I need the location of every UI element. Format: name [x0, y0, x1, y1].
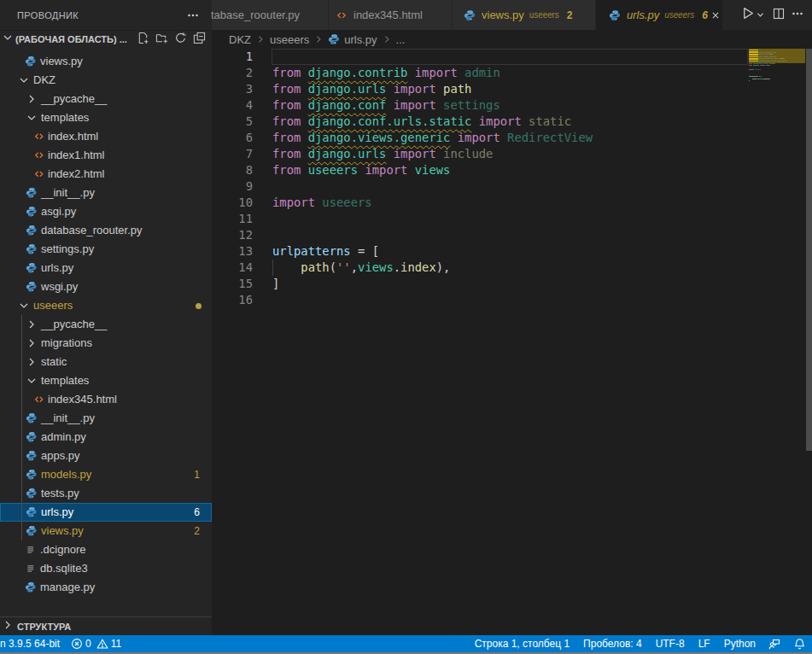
new-folder-icon [155, 32, 168, 48]
code-token-warning-squiggle: django.urls [308, 82, 387, 96]
tree-file-apps-py[interactable]: apps.py [0, 447, 212, 465]
tree-folder-dkz[interactable]: DKZ [0, 71, 212, 90]
tree-file-views-py[interactable]: views.py [0, 52, 212, 71]
refresh-button[interactable] [173, 32, 187, 46]
line-number: 7 [212, 146, 253, 162]
tab-views-py[interactable]: views.pyuseeers2 [453, 0, 596, 30]
workspace-section-header[interactable]: (РАБОЧАЯ ОБЛАСТЬ) ... [0, 30, 212, 47]
tab-tabase-roouter-py[interactable]: tabase_roouter.py [212, 0, 329, 30]
new-folder-button[interactable] [155, 32, 168, 46]
tree-file-models-py[interactable]: models.py1 [0, 465, 212, 484]
code-token [351, 244, 358, 258]
split-editor-icon [772, 7, 786, 24]
tree-folder-useeers[interactable]: useeers [0, 296, 212, 315]
code-editor[interactable]: 12345678910111213141516 from django.cont… [212, 49, 812, 635]
code-line-10: import useeers [272, 195, 593, 211]
code-token: . [394, 260, 400, 274]
new-file-button[interactable] [136, 32, 149, 46]
code-line-16 [272, 292, 593, 308]
tree-file-database-roouter-py[interactable]: database_roouter.py [0, 221, 212, 240]
code-line-1 [272, 49, 593, 65]
run-button[interactable] [740, 6, 754, 25]
tree-file-index345-html[interactable]: index345.html [0, 390, 212, 409]
editor-scrollbar[interactable] [806, 49, 812, 451]
problems[interactable]: 011 [67, 635, 128, 652]
tree-folder-templates[interactable]: templates [0, 371, 212, 390]
tree-indent-guide [21, 447, 22, 465]
eol[interactable]: LF [692, 635, 717, 652]
minimap-line [769, 63, 775, 64]
minimap-warning-mark [749, 50, 758, 51]
tree-file-dcignore[interactable]: .dcignore [0, 540, 212, 559]
close-icon[interactable] [710, 7, 721, 24]
breadcrumb-item-label: useeers [270, 33, 309, 46]
tree-file-index-html[interactable]: index.html [0, 127, 212, 146]
minimap-line [769, 54, 773, 55]
breadcrumb-item-useeers[interactable]: useeers [270, 33, 309, 46]
sidebar-more-actions-button[interactable] [183, 7, 203, 24]
tab-label: views.py [482, 9, 524, 21]
cursor-position[interactable]: Строка 1, столбец 1 [468, 635, 576, 652]
cursor-position-label: Строка 1, столбец 1 [475, 638, 570, 650]
tree-indent-guide [21, 465, 22, 484]
tree-file-index2-html[interactable]: index2.html [0, 165, 212, 184]
tree-file-admin-py[interactable]: admin.py [0, 428, 212, 447]
tree-indent-guide [21, 315, 22, 334]
tree-file-init-py[interactable]: __init__.py [0, 184, 212, 202]
outline-section-header[interactable]: СТРУКТУРА [0, 616, 212, 635]
tree-file-urls-py[interactable]: urls.py6 [0, 503, 212, 522]
encoding[interactable]: UTF-8 [649, 635, 692, 652]
editor-area: tabase_roouter.pyindex345.htmlviews.pyus… [212, 0, 812, 635]
code-token [272, 260, 301, 274]
tree-item-label: admin.py [41, 430, 86, 444]
tree-folder-pycache[interactable]: __pycache__ [0, 315, 212, 334]
tree-file-manage-py[interactable]: manage.py [0, 578, 212, 597]
code-token [386, 98, 393, 112]
python-icon [25, 280, 38, 294]
python-icon [24, 55, 38, 68]
code-token: useeers [322, 196, 371, 209]
tree-folder-migrations[interactable]: migrations [0, 334, 212, 353]
notifications[interactable] [787, 635, 812, 652]
tree-indent-guide [21, 353, 22, 371]
tree-file-settings-py[interactable]: settings.py [0, 240, 212, 259]
tree-file-tests-py[interactable]: tests.py [0, 484, 212, 503]
line-number: 9 [212, 178, 253, 195]
minimap-line [749, 65, 752, 66]
more-actions-button[interactable] [791, 6, 804, 25]
tree-file-db-sqlite3[interactable]: db.sqlite3 [0, 559, 212, 578]
code-token [450, 131, 457, 144]
run-dropdown-button[interactable] [756, 6, 764, 25]
tree-file-urls-py[interactable]: urls.py [0, 259, 212, 277]
tree-file-index1-html[interactable]: index1.html [0, 146, 212, 165]
ellipsis-icon [186, 10, 200, 25]
tab-label: urls.py [627, 9, 659, 21]
code-token: import [415, 66, 458, 79]
tree-file-init-py[interactable]: __init__.py [0, 409, 212, 428]
split-editor-button[interactable] [772, 6, 786, 25]
python-icon [25, 205, 38, 219]
tree-folder-static[interactable]: static [0, 353, 212, 371]
tree-item-label: DKZ [33, 73, 55, 87]
python-version[interactable]: n 3.9.5 64-bit [0, 635, 67, 652]
minimap[interactable] [749, 49, 805, 635]
breadcrumb-item-dkz[interactable]: DKZ [229, 33, 251, 46]
tree-file-asgi-py[interactable]: asgi.py [0, 202, 212, 221]
breadcrumb-item-urls-py[interactable]: urls.py [328, 33, 377, 46]
tree-folder-pycache[interactable]: __pycache__ [0, 90, 212, 108]
minimap-line [772, 52, 776, 53]
tab-urls-py[interactable]: urls.pyuseeers6 [596, 0, 723, 30]
code-token [365, 244, 371, 258]
tree-folder-templates[interactable]: templates [0, 108, 212, 127]
feedback[interactable] [762, 635, 787, 652]
code-token: views [415, 163, 451, 177]
tree-file-wsgi-py[interactable]: wsgi.py [0, 277, 212, 296]
chevron-right-icon [25, 355, 38, 369]
collapse-all-button[interactable] [192, 32, 206, 46]
tab-index345-html[interactable]: index345.html [329, 0, 453, 30]
breadcrumb-item--[interactable]: ... [396, 33, 406, 46]
tree-file-views-py[interactable]: views.py2 [0, 522, 212, 540]
code-token: ] [272, 277, 279, 290]
indentation[interactable]: Пробелов: 4 [576, 635, 649, 652]
language-mode[interactable]: Python [717, 635, 762, 652]
